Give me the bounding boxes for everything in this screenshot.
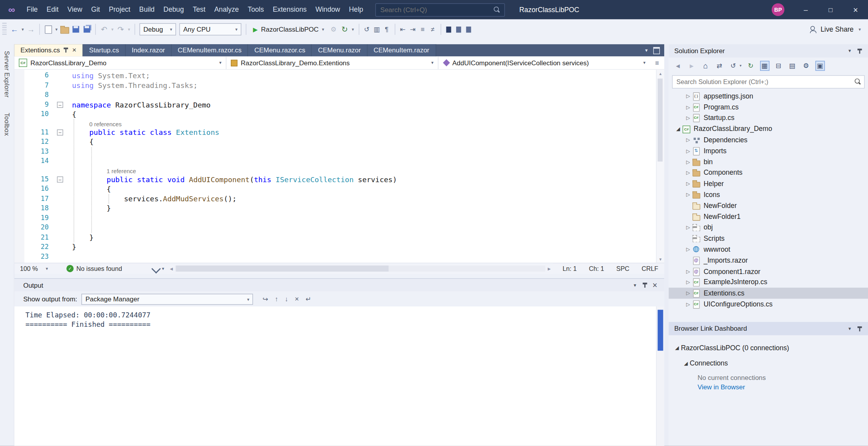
solution-configurations-combo[interactable]: Debug [140, 23, 176, 35]
collapsed-arrow-icon[interactable]: ▷ [684, 93, 692, 99]
code-line-8[interactable]: 8 [14, 90, 657, 100]
menu-edit[interactable]: Edit [42, 0, 63, 20]
nest-files-icon[interactable]: ▦ [760, 61, 769, 71]
line-indicator[interactable]: Ln: 1 [557, 265, 583, 272]
collapse-region-icon[interactable] [57, 102, 63, 108]
browser-link-connections-node[interactable]: ◢ Connections [669, 357, 868, 369]
collapsed-arrow-icon[interactable]: ▷ [684, 192, 692, 197]
tree-item-Scripts[interactable]: Scripts [669, 233, 868, 244]
code-line-7[interactable]: 7using System.Threading.Tasks; [14, 81, 657, 90]
tree-item-NewFolder[interactable]: NewFolder [669, 200, 868, 211]
restart-button[interactable] [339, 23, 350, 36]
code-cleanup-button[interactable] [153, 265, 164, 272]
minimize-button[interactable] [793, 0, 818, 20]
window-layout-icon[interactable] [653, 47, 660, 54]
avatar[interactable]: BP [772, 3, 785, 16]
previous-message-icon[interactable]: ↑ [275, 295, 278, 303]
tree-item-wwwroot[interactable]: ▷wwwroot [669, 244, 868, 255]
switch-views-icon[interactable]: ⇄ [715, 61, 724, 71]
scrollbar-thumb[interactable] [176, 265, 388, 272]
collapsed-arrow-icon[interactable]: ▷ [684, 170, 692, 176]
tree-item-_Imports.razor[interactable]: _Imports.razor [669, 255, 868, 266]
editor-horizontal-scrollbar[interactable] [167, 263, 553, 274]
tree-item-UIConfigureOptions.cs[interactable]: ▷UIConfigureOptions.cs [669, 299, 868, 310]
toolbar-overflow-icon[interactable] [857, 23, 863, 36]
undo-dropdown-icon[interactable] [110, 23, 115, 36]
indent-decrease-button[interactable]: ⇤ [398, 23, 408, 36]
scrollbar-thumb[interactable] [658, 79, 663, 161]
pin-icon[interactable] [855, 324, 864, 333]
solution-explorer-search[interactable] [672, 75, 864, 88]
show-all-files-icon[interactable]: ▤ [787, 61, 797, 71]
close-panel-icon[interactable] [650, 280, 660, 290]
window-position-icon[interactable] [845, 324, 855, 333]
scroll-down-icon[interactable] [656, 255, 664, 263]
code-line-17[interactable]: 17 services.AddMudServices(); [14, 194, 657, 204]
navigate-back-button[interactable] [9, 23, 20, 36]
output-scrollbar[interactable] [656, 306, 664, 446]
menu-file[interactable]: File [22, 0, 42, 20]
uncomment-lines-button[interactable]: ≠ [428, 23, 437, 36]
properties-icon[interactable]: ⚙ [801, 61, 810, 71]
code-line-23[interactable]: 23 [14, 252, 657, 262]
navigate-back-dropdown-icon[interactable] [20, 23, 25, 36]
navbar-toggle-icon[interactable]: ≡ [650, 56, 664, 69]
save-button[interactable] [70, 23, 81, 36]
collapsed-arrow-icon[interactable]: ▷ [684, 115, 692, 121]
collapsed-arrow-icon[interactable]: ▷ [684, 225, 692, 230]
tree-item-Components[interactable]: ▷Components [669, 167, 868, 178]
code-line-13[interactable]: 13 [14, 147, 657, 157]
code-line-10[interactable]: 10{ [14, 109, 657, 119]
tab-CEMenu.razor[interactable]: CEMenu.razor [312, 44, 367, 56]
tree-item-NewFolder1[interactable]: NewFolder1 [669, 211, 868, 222]
type-dropdown[interactable]: RazorClassLibrary_Demo.Extentions [226, 56, 438, 69]
collapse-region-icon[interactable] [57, 129, 63, 135]
document-list-dropdown-icon[interactable] [645, 48, 647, 53]
collapsed-arrow-icon[interactable]: ▷ [684, 104, 692, 110]
tab-Extentions.cs[interactable]: Extentions.cs× [14, 44, 83, 56]
tree-item-Imports[interactable]: ▷Imports [669, 145, 868, 156]
spaces-indicator[interactable]: SPC [610, 265, 636, 272]
solution-explorer-header[interactable]: Solution Explorer [669, 44, 868, 57]
save-all-button[interactable] [81, 23, 92, 36]
codelens-references[interactable]: 0 references [72, 120, 122, 127]
preview-selected-items-icon[interactable]: ▣ [815, 61, 825, 71]
collapsed-arrow-icon[interactable]: ▷ [684, 148, 692, 154]
redo-button[interactable] [115, 23, 126, 36]
toolbar-grip[interactable] [2, 23, 7, 35]
solution-explorer-search-input[interactable] [672, 79, 853, 85]
tree-item-Startup.cs[interactable]: ▷Startup.cs [669, 113, 868, 124]
tab-CEMenuItem.razor[interactable]: CEMenuItem.razor [367, 44, 436, 56]
code-line-6[interactable]: 6using System.Text; [14, 71, 657, 81]
code-line-19[interactable]: 19 [14, 213, 657, 223]
collapse-region-icon[interactable] [57, 176, 63, 183]
collapsed-arrow-icon[interactable]: ▷ [684, 279, 692, 285]
code-line-15[interactable]: 15 public static void AddUIComponent(thi… [14, 174, 657, 184]
new-file-button[interactable] [43, 23, 54, 36]
maximize-button[interactable] [818, 0, 843, 20]
editor-vertical-scrollbar[interactable] [656, 70, 664, 263]
find-message-in-code-icon[interactable]: ↪ [262, 295, 268, 303]
output-source-combo[interactable]: Package Manager [82, 294, 253, 304]
start-debugging-button[interactable]: RazorClassLibPOC [249, 23, 328, 36]
code-line-12[interactable]: 12 { [14, 137, 657, 147]
menu-build[interactable]: Build [135, 0, 159, 20]
quick-search[interactable] [376, 3, 505, 16]
redo-dropdown-icon[interactable] [126, 23, 132, 36]
live-share-button[interactable]: Live Share [806, 23, 857, 36]
previous-bookmark-button[interactable] [454, 23, 464, 36]
tree-item-obj[interactable]: ▷obj [669, 222, 868, 233]
toolbox-tab[interactable]: Toolbox [4, 113, 10, 136]
clear-all-icon[interactable]: × [295, 295, 299, 303]
line-ending-indicator[interactable]: CRLF [636, 265, 665, 272]
refresh-icon[interactable]: ↻ [746, 61, 755, 71]
code-line-14[interactable]: 14 [14, 156, 657, 166]
collapsed-arrow-icon[interactable]: ▷ [684, 301, 692, 307]
project-dropdown[interactable]: C# RazorClassLibrary_Demo [14, 56, 226, 69]
tab-CEMenu.razor.cs[interactable]: CEMenu.razor.cs [248, 44, 312, 56]
column-indicator[interactable]: Ch: 1 [583, 265, 610, 272]
collapsed-arrow-icon[interactable]: ▷ [684, 269, 692, 274]
solution-platforms-combo[interactable]: Any CPU [180, 23, 242, 35]
zoom-combo[interactable]: 100 % [14, 265, 59, 272]
expanded-arrow-icon[interactable]: ◢ [673, 345, 681, 351]
